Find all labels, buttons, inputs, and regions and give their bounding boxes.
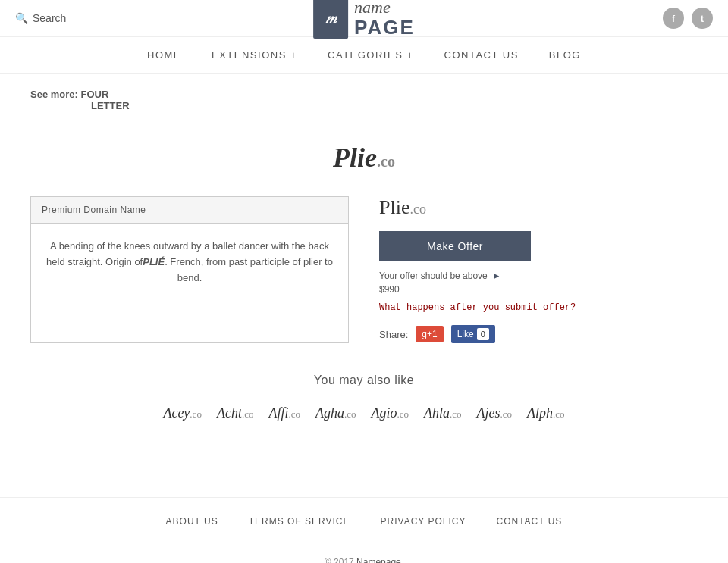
logo-page: PAGE [354, 17, 415, 39]
similar-section: You may also like Acey.coAcht.coAffi.coA… [30, 374, 698, 421]
offer-link[interactable]: What happens after you submit offer? [379, 302, 607, 313]
offer-domain-name: Plie.co [379, 196, 607, 219]
desc-text-part2: . French, from past participle of plier … [165, 256, 333, 283]
logo-icon-box: 𝑚 [313, 0, 348, 39]
domain-tld-display: .co [377, 153, 395, 170]
breadcrumb: See more: FOUR LETTER [0, 74, 728, 127]
similar-title: You may also like [30, 374, 698, 387]
offer-info: Your offer should be above ► [379, 271, 607, 281]
logo-text: name PAGE [354, 0, 415, 38]
offer-price: $990 [379, 284, 607, 295]
desc-box-content: A bending of the knees outward by a ball… [31, 224, 348, 301]
similar-domain-item[interactable]: Ahla.co [424, 405, 462, 421]
similar-domain-item[interactable]: Acht.co [217, 405, 254, 421]
main-content: Plie.co Premium Domain Name A bending of… [0, 127, 728, 452]
twitter-icon[interactable]: t [692, 8, 713, 29]
logo[interactable]: 𝑚 name PAGE [313, 0, 415, 39]
description-box: Premium Domain Name A bending of the kne… [30, 196, 349, 343]
fb-like-label: Like [457, 329, 474, 339]
footer-link-contact[interactable]: CONTACT US [496, 516, 562, 527]
nav-blog[interactable]: BLOG [549, 49, 581, 61]
nav-home[interactable]: HOME [147, 49, 181, 61]
footer-links: ABOUT USTERMS OF SERVICEPRIVACY POLICYCO… [0, 497, 728, 545]
search-button[interactable]: 🔍 Search [15, 12, 66, 24]
similar-domain-item[interactable]: Ajes.co [477, 405, 513, 421]
search-label: Search [33, 12, 66, 24]
footer-link-terms[interactable]: TERMS OF SERVICE [249, 516, 350, 527]
footer-site-name[interactable]: Namepage. [356, 557, 403, 563]
copyright-year: © 2017 [325, 557, 354, 563]
footer-link-about[interactable]: ABOUT US [166, 516, 218, 527]
similar-domains: Acey.coAcht.coAffi.coAgha.coAgio.coAhla.… [30, 405, 698, 421]
footer-link-privacy[interactable]: PRIVACY POLICY [381, 516, 466, 527]
facebook-icon[interactable]: f [663, 8, 684, 29]
header: 🔍 Search 𝑚 name PAGE f t [0, 0, 728, 37]
breadcrumb-tag1[interactable]: FOUR [81, 89, 109, 100]
breadcrumb-prefix: See more: [30, 89, 78, 100]
share-row: Share: g+1 Like 0 [379, 325, 607, 343]
domain-display-title: Plie.co [30, 142, 698, 174]
search-icon: 🔍 [15, 12, 28, 24]
main-nav: HOME EXTENSIONS + CATEGORIES + CONTACT U… [0, 37, 728, 74]
breadcrumb-tag2[interactable]: LETTER [91, 100, 130, 111]
gplus-button[interactable]: g+1 [416, 326, 443, 342]
desc-box-header: Premium Domain Name [31, 197, 348, 224]
offer-arrow-icon: ► [492, 271, 501, 281]
similar-domain-item[interactable]: Acey.co [163, 405, 202, 421]
footer-copyright: © 2017 Namepage. [0, 545, 728, 563]
share-label: Share: [379, 329, 408, 340]
desc-text-italic: PLIÉ [143, 256, 165, 267]
similar-domain-item[interactable]: Alph.co [527, 405, 565, 421]
nav-contact[interactable]: CONTACT US [444, 49, 519, 61]
social-links: f t [663, 8, 713, 29]
fb-count: 0 [477, 328, 489, 340]
similar-domain-item[interactable]: Agio.co [371, 405, 409, 421]
logo-name: name [354, 0, 415, 17]
similar-domain-item[interactable]: Affi.co [268, 405, 300, 421]
domain-name-display: Plie.co [333, 142, 395, 173]
logo-icon-letter: 𝑚 [325, 10, 336, 27]
similar-domain-item[interactable]: Agha.co [315, 405, 356, 421]
facebook-like-button[interactable]: Like 0 [451, 325, 495, 343]
nav-categories[interactable]: CATEGORIES + [328, 49, 413, 61]
offer-panel: Plie.co Make Offer Your offer should be … [379, 196, 607, 343]
content-area: Premium Domain Name A bending of the kne… [30, 196, 698, 343]
nav-extensions[interactable]: EXTENSIONS + [212, 49, 297, 61]
make-offer-button[interactable]: Make Offer [379, 231, 531, 261]
